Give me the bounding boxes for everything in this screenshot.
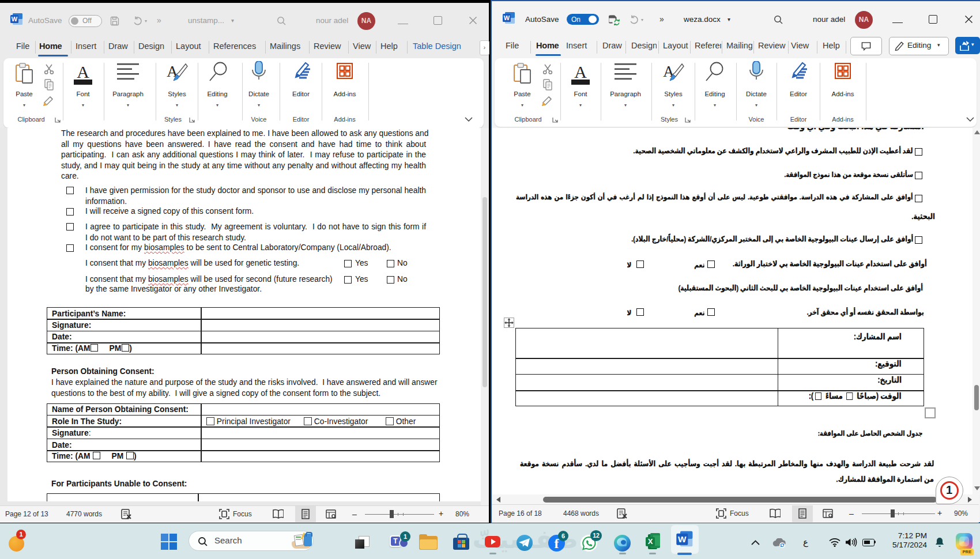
svg-text:W: W — [678, 534, 687, 544]
svg-text:W: W — [504, 14, 510, 21]
svg-text:W: W — [12, 16, 18, 22]
